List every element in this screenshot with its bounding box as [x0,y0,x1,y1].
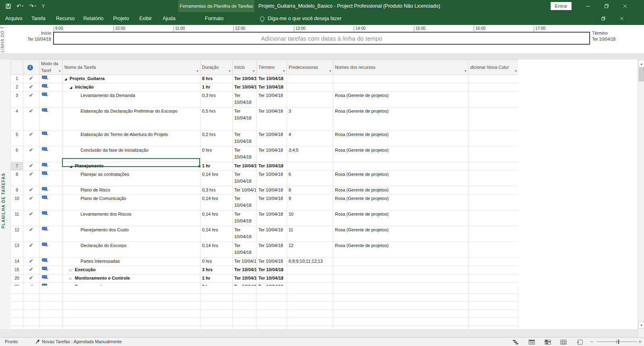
cell-predecessors[interactable] [287,83,333,92]
empty-grid-rows[interactable] [10,286,518,329]
row-number[interactable]: 13 [11,242,23,257]
cell-finish[interactable]: Ter 10/04/18 [257,162,287,171]
cell-add-new[interactable] [469,162,519,171]
cell-add-new[interactable] [469,257,519,266]
header-task-name[interactable]: Nome da Tarefa▼ [63,60,200,75]
select-all-corner[interactable] [11,60,23,75]
cell-task-mode[interactable] [39,186,63,195]
cell-finish[interactable]: Ter 10/04/18 [257,266,287,274]
resource-sheet-view-icon[interactable] [560,339,567,345]
cell-task-mode[interactable] [39,75,63,83]
header-finish[interactable]: Término▼ [257,60,287,75]
cell-start[interactable]: Ter 10/04/18 [233,171,257,186]
report-view-icon[interactable] [576,339,583,345]
tell-me-box[interactable]: Diga-me o que você deseja fazer [260,12,341,25]
row-number[interactable]: 5 [11,131,23,146]
cell-start[interactable]: Ter 10/04/18 [233,75,257,83]
cell-add-new[interactable] [469,186,519,195]
tab-tarefa[interactable]: Tarefa [31,12,45,25]
cell-duration[interactable]: 3 hrs [200,266,233,274]
cell-resources[interactable]: Rosa (Gerente de projetos) [333,186,469,195]
cell-add-new[interactable] [469,146,519,162]
cell-start[interactable]: Ter 10/04/18 [233,242,257,257]
cell-duration[interactable]: 0,14 hrs [200,226,233,242]
tab-ajuda[interactable]: Ajuda [163,12,175,25]
cell-predecessors[interactable]: 12 [287,242,333,257]
row-number[interactable]: 8 [11,171,23,186]
cell-finish[interactable]: Ter 10/04/18 [257,146,287,162]
cell-task-name[interactable]: Levantamento dos Riscos [63,210,200,226]
filter-dropdown-icon[interactable]: ▼ [196,70,199,72]
cell-duration[interactable]: 8 hrs [200,75,233,83]
cell-duration[interactable]: 0,2 hrs [200,131,233,146]
cell-predecessors[interactable]: 3;4;5 [287,146,333,162]
collapse-icon[interactable]: ◢ [70,84,75,91]
row-number[interactable]: 6 [11,146,23,162]
cell-task-mode[interactable] [39,107,63,131]
cell-duration[interactable]: 0,3 hrs [200,186,233,195]
cell-add-new[interactable] [469,83,519,92]
header-info[interactable]: i [23,60,39,75]
cell-finish[interactable]: Ter 10/04/18 [257,257,287,266]
cell-finish[interactable]: Ter 10/04/18 [257,171,287,186]
row-info[interactable]: ✔ [23,131,39,146]
cell-predecessors[interactable]: 3 [287,107,333,131]
timeline-add-tasks-box[interactable]: Adicionar tarefas com datas à linha do t… [53,32,590,45]
cell-add-new[interactable] [469,210,519,226]
cell-task-name[interactable]: Levantamento da Demanda [63,92,200,107]
undo-button[interactable]: ↶▾ [17,0,23,12]
cell-resources[interactable]: Rosa (Gerente de projetos) [333,146,469,162]
tab-formato[interactable]: Formato [205,12,224,25]
redo-button[interactable]: ↷▾ [29,0,36,12]
cell-resources[interactable] [333,257,469,266]
row-number[interactable]: 11 [11,210,23,226]
vertical-scrollbar[interactable]: ▲ ▼ [638,60,644,329]
cell-duration[interactable]: 0,14 hrs [200,210,233,226]
cell-duration[interactable]: 1 hr [200,83,233,92]
cell-task-name[interactable]: Elaboração da Declaração Preliminar do E… [63,107,200,131]
row-info[interactable]: ✔ [23,226,39,242]
cell-start[interactable]: Ter 10/04/18 [233,274,257,283]
filter-dropdown-icon[interactable]: ▼ [283,70,285,72]
header-add-new-column[interactable]: dicionar Nova Colur▼ [469,60,519,75]
filter-dropdown-icon[interactable]: ▼ [514,70,517,72]
cell-start[interactable]: Ter 10/04/18 [233,266,257,274]
cell-predecessors[interactable]: 8 [287,186,333,195]
cell-task-name[interactable]: Plano de Comunicação [63,195,200,210]
task-usage-view-icon[interactable] [528,339,535,345]
cell-task-mode[interactable] [39,195,63,210]
cell-resources[interactable]: Rosa (Gerente de projetos) [333,131,469,146]
row-info[interactable]: ✔ [23,274,39,283]
cell-start[interactable]: Ter 10/04/18 [233,226,257,242]
cell-resources[interactable]: Rosa (Gerente de projetos) [333,107,469,131]
tab-recurso[interactable]: Recurso [56,12,75,25]
window-close-small-button[interactable] [615,12,629,25]
scrollbar-thumb[interactable] [639,68,644,81]
cell-start[interactable]: Ter 10/04/18 [233,107,257,131]
cell-duration[interactable]: 0,3 hrs [200,92,233,107]
cell-predecessors[interactable]: 4 [287,131,333,146]
sign-in-button[interactable]: Entrar [551,2,572,10]
cell-duration[interactable]: 0 hrs [200,257,233,266]
cell-resources[interactable]: Rosa (Gerente de projetos) [333,195,469,210]
cell-start[interactable]: Ter 10/04/18 [233,146,257,162]
cell-predecessors[interactable]: 6;8;9;10;11;12;13 [287,257,333,266]
row-number[interactable]: 2 [11,83,23,92]
zoom-out-button[interactable]: − [590,338,593,346]
cell-finish[interactable]: Ter 10/04/18 [257,83,287,92]
cell-finish[interactable]: Ter 10/04/18 [257,107,287,131]
scroll-down-button[interactable]: ▼ [638,321,644,329]
cell-task-mode[interactable] [39,171,63,186]
cell-predecessors[interactable] [287,274,333,283]
save-icon[interactable] [6,4,11,9]
cell-resources[interactable]: Rosa (Gerente de projetos) [333,92,469,107]
cell-task-mode[interactable] [39,146,63,162]
header-resources[interactable]: Nomes dos recursos▼ [333,60,469,75]
cell-duration[interactable]: 0,14 hrs [200,171,233,186]
cell-finish[interactable]: Ter 10/04/18 [257,75,287,83]
tab-relatorio[interactable]: Relatório [83,12,103,25]
cell-duration[interactable]: 0,14 hrs [200,242,233,257]
cell-predecessors[interactable]: 6 [287,171,333,186]
undo-dropdown-icon[interactable]: ▾ [22,0,24,12]
cell-predecessors[interactable]: 11 [287,226,333,242]
